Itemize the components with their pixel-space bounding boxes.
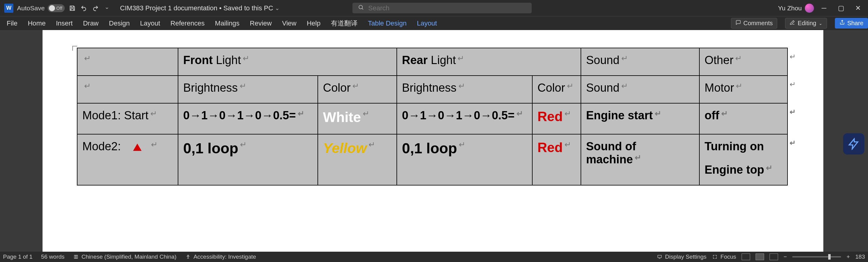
- toggle-track[interactable]: Off: [48, 4, 65, 12]
- row2-rear-brightness[interactable]: 0,1 loop↵: [397, 134, 532, 185]
- hdr1-other[interactable]: Other↵ ↵: [700, 48, 787, 75]
- side-panel-app-icon[interactable]: [843, 133, 864, 155]
- row2-label[interactable]: Mode2: ↵: [77, 134, 178, 185]
- toggle-knob: [49, 5, 55, 11]
- search-box[interactable]: [352, 3, 532, 13]
- autosave-toggle[interactable]: AutoSave Off: [17, 4, 65, 12]
- zoom-value[interactable]: 183: [855, 254, 865, 260]
- hdr2-brightness-front[interactable]: Brightness↵: [178, 75, 318, 103]
- zoom-slider[interactable]: [792, 256, 841, 257]
- close-button[interactable]: ✕: [851, 2, 865, 14]
- maximize-button[interactable]: ▢: [834, 2, 848, 14]
- page[interactable]: ↵ Front Light↵ Rear Light↵ Sound↵ Other↵…: [42, 30, 823, 252]
- minimize-button[interactable]: ─: [817, 2, 831, 14]
- row1-rear-color[interactable]: Red↵: [532, 103, 581, 134]
- doc-name: CIM383 Project 1 documentation: [120, 4, 217, 12]
- row2-front-brightness[interactable]: 0,1 loop↵: [178, 134, 318, 185]
- row2-other-l1: Turning on: [705, 140, 764, 153]
- row2-sound[interactable]: Sound of machine↵: [581, 134, 700, 185]
- status-accessibility[interactable]: Accessibility: Investigate: [185, 254, 256, 260]
- tab-layout[interactable]: Layout: [139, 18, 161, 29]
- chevron-down-icon: ⌄: [275, 5, 280, 11]
- row2-rear-color[interactable]: Red↵: [532, 134, 581, 185]
- hdr2-color-rear[interactable]: Color↵: [532, 75, 581, 103]
- hdr2-sound[interactable]: Sound↵: [581, 75, 700, 103]
- row2-fb-text: 0,1 loop: [183, 140, 238, 156]
- table-header-row-2: ↵ Brightness↵ Color↵ Brightness↵ Color↵ …: [77, 75, 787, 103]
- hdr2-brightness-rear[interactable]: Brightness↵: [397, 75, 532, 103]
- comments-button[interactable]: Comments: [731, 18, 777, 29]
- status-words[interactable]: 56 words: [41, 254, 64, 260]
- row1-label[interactable]: Mode1: Start↵: [77, 103, 178, 134]
- tab-file[interactable]: File: [5, 18, 19, 29]
- ribbon-tabs: File Home Insert Draw Design Layout Refe…: [0, 16, 868, 30]
- redo-icon[interactable]: [91, 4, 99, 12]
- tab-references[interactable]: References: [169, 18, 206, 29]
- tab-home[interactable]: Home: [26, 18, 47, 29]
- hdr1-sound[interactable]: Sound↵: [581, 48, 700, 75]
- zoom-knob[interactable]: [828, 254, 831, 260]
- tab-mailings[interactable]: Mailings: [214, 18, 241, 29]
- status-bar: Page 1 of 1 56 words Chinese (Simplified…: [0, 252, 868, 262]
- focus-mode-button[interactable]: Focus: [712, 254, 736, 260]
- hdr2-c6: Motor: [705, 81, 734, 94]
- comments-label: Comments: [743, 20, 773, 27]
- hdr2-blank[interactable]: ↵: [77, 75, 178, 103]
- row2-front-color[interactable]: Yellow↵: [318, 134, 397, 185]
- row2-rc-text: Red: [537, 140, 563, 155]
- row1-sound[interactable]: Engine start↵: [581, 103, 700, 134]
- web-layout-icon[interactable]: [770, 254, 778, 260]
- read-mode-icon[interactable]: [742, 254, 750, 260]
- tab-table-layout[interactable]: Layout: [415, 18, 438, 29]
- hdr1-front: Front: [183, 54, 213, 66]
- undo-icon[interactable]: [80, 4, 88, 12]
- editing-mode-button[interactable]: Editing ⌄: [785, 18, 827, 29]
- tab-view[interactable]: View: [281, 18, 298, 29]
- row1-other[interactable]: off↵ ↵: [700, 103, 787, 134]
- row1-rear-brightness[interactable]: 0→1→0→1→0→0.5=↵: [397, 103, 532, 134]
- row1-fb-text: 0→1→0→1→0→0.5=: [183, 109, 296, 122]
- autosave-label: AutoSave: [17, 5, 45, 12]
- tab-youdao[interactable]: 有道翻译: [330, 17, 359, 30]
- status-language[interactable]: Chinese (Simplified, Mainland China): [73, 254, 177, 260]
- zoom-in-button[interactable]: +: [846, 254, 850, 260]
- zoom-out-button[interactable]: −: [783, 254, 787, 260]
- row2-other[interactable]: Turning on Engine top↵ ↵: [700, 134, 787, 185]
- status-page[interactable]: Page 1 of 1: [3, 254, 32, 260]
- hdr1-rear-light[interactable]: Rear Light↵: [397, 48, 581, 75]
- table-header-row-1: ↵ Front Light↵ Rear Light↵ Sound↵ Other↵…: [77, 48, 787, 75]
- table-row: Mode1: Start↵ 0→1→0→1→0→0.5=↵ White↵ 0→1…: [77, 103, 787, 134]
- row1-other-text: off: [705, 109, 719, 122]
- comment-icon: [736, 20, 741, 27]
- tab-review[interactable]: Review: [249, 18, 273, 29]
- hdr2-motor[interactable]: Motor↵ ↵: [700, 75, 787, 103]
- qat-customize-icon[interactable]: [103, 4, 111, 12]
- focus-text: Focus: [720, 254, 736, 260]
- document-title[interactable]: CIM383 Project 1 documentation • Saved t…: [120, 4, 280, 12]
- word-app-icon[interactable]: W: [4, 4, 13, 13]
- hdr1-front-light[interactable]: Front Light↵: [178, 48, 397, 75]
- row1-front-color[interactable]: White↵: [318, 103, 397, 134]
- account-button[interactable]: Yu Zhou: [778, 4, 814, 13]
- row1-front-brightness[interactable]: 0→1→0→1→0→0.5=↵: [178, 103, 318, 134]
- svg-point-1: [188, 255, 189, 256]
- tab-table-design[interactable]: Table Design: [367, 18, 408, 29]
- row2-rb-text: 0,1 loop: [402, 140, 457, 156]
- display-settings-button[interactable]: Display Settings: [656, 254, 706, 260]
- chevron-down-icon: ⌄: [819, 21, 823, 26]
- status-a11y-text: Accessibility: Investigate: [193, 254, 256, 260]
- hdr2-color-front[interactable]: Color↵: [318, 75, 397, 103]
- document-workspace: ↵ Front Light↵ Rear Light↵ Sound↵ Other↵…: [0, 30, 868, 252]
- content-table[interactable]: ↵ Front Light↵ Rear Light↵ Sound↵ Other↵…: [77, 48, 788, 186]
- tab-design[interactable]: Design: [108, 18, 131, 29]
- share-button[interactable]: Share: [835, 18, 868, 29]
- tab-insert[interactable]: Insert: [55, 18, 74, 29]
- hdr1-other-text: Other: [705, 54, 734, 66]
- tab-help[interactable]: Help: [306, 18, 322, 29]
- hdr1-blank[interactable]: ↵: [77, 48, 178, 75]
- save-icon[interactable]: [68, 4, 76, 12]
- table-move-handle-icon[interactable]: [72, 46, 77, 51]
- tab-draw[interactable]: Draw: [82, 18, 100, 29]
- search-input[interactable]: [368, 4, 526, 12]
- print-layout-icon[interactable]: [755, 254, 764, 260]
